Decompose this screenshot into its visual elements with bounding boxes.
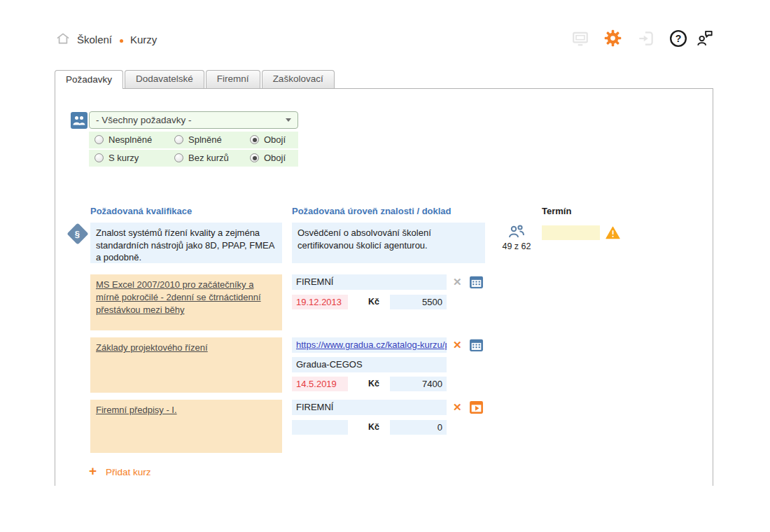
calendar-play-icon[interactable] [469,400,484,417]
radio-circle-selected[interactable] [250,153,259,162]
breadcrumb-separator-dot [120,39,123,43]
radio-circle[interactable] [174,153,183,162]
tab-zaskolovaci[interactable]: Zaškolovací [262,70,335,88]
radio-circle[interactable] [174,135,183,144]
radio-label: Obojí [264,153,286,163]
radio-circle[interactable] [94,135,104,144]
courses-radio-row: S kurzy Bez kurzů Obojí [89,150,298,167]
column-header-qualification: Požadovaná kvalifikace [90,206,192,216]
calendar-icon[interactable] [469,274,484,292]
course-cell: Firemní předpisy - I. [90,400,282,453]
feedback-person-icon[interactable] [695,28,713,46]
import-icon[interactable] [637,29,655,48]
radio-splnene[interactable]: Splněné [174,134,222,145]
settings-gear-icon[interactable] [603,29,622,47]
remove-course-icon[interactable]: ✕ [453,276,462,288]
group-people-icon [71,112,88,129]
page: Školení Kurzy [0,0,770,532]
content-panel: - Všechny požadavky - Nesplněné Splněné … [55,88,713,486]
calendar-icon[interactable] [469,337,484,355]
tab-firemni[interactable]: Firemní [206,70,260,88]
radio-nesplnene[interactable]: Nesplněné [94,134,152,145]
course-price-field[interactable]: 5500 [390,295,447,309]
course-title-link[interactable]: Základy projektového řízení [96,342,208,353]
attendance-people-icon [506,223,527,243]
radio-s-kurzy[interactable]: S kurzy [94,153,139,163]
section-paragraph-icon: § [70,226,85,241]
radio-circle[interactable] [94,153,104,162]
course-title-link[interactable]: MS Excel 2007/2010 pro začátečníky a mír… [96,279,261,315]
tab-dodavatelske[interactable]: Dodavatelské [125,70,204,88]
course-date-field[interactable]: 19.12.2013 [292,295,348,309]
course-supplier-field[interactable]: FIREMNÍ [292,274,447,290]
course-date-field[interactable]: 14.5.2019 [292,377,348,391]
course-price-field[interactable]: 7400 [390,377,447,391]
fulfillment-radio-row: Nesplněné Splněné Obojí [89,132,298,148]
radio-label: Splněné [188,134,222,145]
breadcrumb-page: Kurzy [130,34,157,46]
course-url-link[interactable]: https://www.gradua.cz/katalog-kurzu/p [296,340,447,350]
course-cell: Základy projektového řízení [90,337,282,393]
course-price-field[interactable]: 0 [390,420,447,435]
radio-label: S kurzy [108,153,139,163]
radio-bez-kurzu[interactable]: Bez kurzů [174,153,229,163]
remove-course-icon[interactable]: ✕ [453,402,462,413]
tab-bar: Požadavky Dodavatelské Firemní Zaškolova… [55,70,335,89]
radio-label: Bez kurzů [188,153,229,163]
requirement-qualification-cell[interactable]: Znalost systémů řízení kvality a zejména… [90,223,282,263]
remove-course-icon[interactable]: ✕ [453,340,462,351]
course-title-link[interactable]: Firemní předpisy - I. [96,405,177,415]
add-course-button[interactable]: Přidat kurz [106,467,151,477]
column-header-term: Termín [542,206,571,216]
course-date-field[interactable] [292,420,348,435]
currency-label: Kč [368,297,379,307]
radio-label: Nesplněné [108,134,152,145]
tab-pozadavky[interactable]: Požadavky [55,70,123,89]
section-glyph: § [75,228,80,239]
currency-label: Kč [368,422,379,432]
course-supplier-field[interactable]: FIREMNÍ [292,400,447,415]
term-input[interactable] [542,225,600,240]
help-icon[interactable]: ? [669,29,687,48]
breadcrumb-section[interactable]: Školení [77,34,112,46]
course-supplier-field[interactable]: Gradua-CEGOS [292,357,447,372]
attendance-count: 49 z 62 [496,241,537,251]
requirement-document-cell[interactable]: Osvědčení o absolvování školení certifik… [292,223,485,263]
currency-label: Kč [368,379,379,388]
radio-oboji-courses[interactable]: Obojí [250,153,286,163]
warning-icon [606,226,620,242]
radio-label: Obojí [264,134,286,145]
course-url-field[interactable]: https://www.gradua.cz/katalog-kurzu/p [292,337,447,353]
requirements-filter-value: - Všechny požadavky - [96,115,192,125]
home-icon[interactable] [56,31,70,46]
course-cell: MS Excel 2007/2010 pro začátečníky a mír… [90,274,282,330]
column-header-level: Požadovaná úroveň znalosti / doklad [292,206,451,216]
requirements-filter-dropdown[interactable]: - Všechny požadavky - [89,111,298,129]
radio-oboji-fulfillment[interactable]: Obojí [250,134,286,145]
add-course-plus-icon[interactable]: + [89,465,97,477]
radio-circle-selected[interactable] [250,135,259,144]
help-glyph: ? [676,33,682,44]
chevron-down-icon [286,118,291,122]
monitor-icon[interactable] [571,29,589,48]
